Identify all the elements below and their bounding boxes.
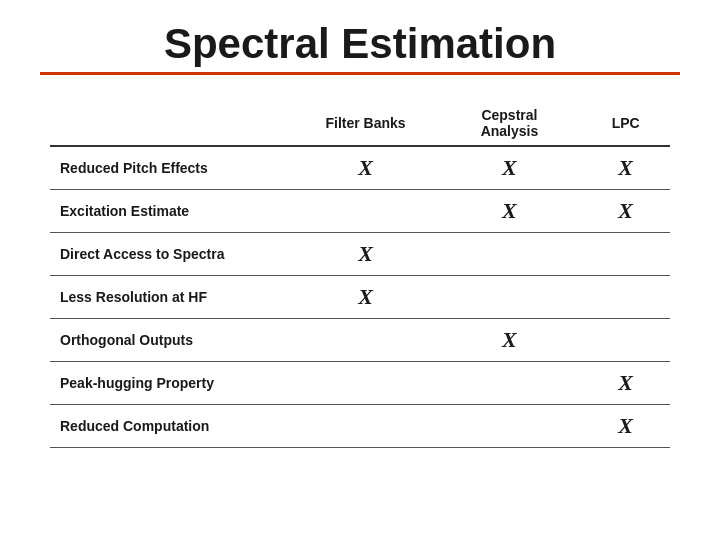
cell-filter-banks: [294, 362, 438, 405]
row-label: Excitation Estimate: [50, 190, 294, 233]
cell-filter-banks: [294, 190, 438, 233]
cell-cepstral: X: [437, 319, 581, 362]
cell-filter-banks: [294, 319, 438, 362]
page-container: Spectral Estimation Filter Banks Cepstra…: [0, 0, 720, 540]
cell-cepstral: [437, 362, 581, 405]
cell-filter-banks: X: [294, 233, 438, 276]
row-label: Reduced Computation: [50, 405, 294, 448]
cell-lpc: [581, 276, 670, 319]
cell-cepstral: X: [437, 146, 581, 190]
table-body: Reduced Pitch EffectsXXXExcitation Estim…: [50, 146, 670, 448]
table-row: Excitation EstimateXX: [50, 190, 670, 233]
col-header-filter-banks: Filter Banks: [294, 101, 438, 146]
table-row: Less Resolution at HFX: [50, 276, 670, 319]
cell-lpc: X: [581, 405, 670, 448]
cell-lpc: X: [581, 362, 670, 405]
table-header-row: Filter Banks Cepstral Analysis LPC: [50, 101, 670, 146]
table-row: Reduced Pitch EffectsXXX: [50, 146, 670, 190]
cell-filter-banks: [294, 405, 438, 448]
cell-cepstral: [437, 405, 581, 448]
table-row: Direct Access to SpectraX: [50, 233, 670, 276]
title-section: Spectral Estimation: [40, 20, 680, 93]
row-label: Direct Access to Spectra: [50, 233, 294, 276]
table-row: Reduced ComputationX: [50, 405, 670, 448]
cell-filter-banks: X: [294, 276, 438, 319]
col-header-label: [50, 101, 294, 146]
cell-cepstral: [437, 233, 581, 276]
cell-lpc: [581, 319, 670, 362]
comparison-table: Filter Banks Cepstral Analysis LPC Reduc…: [50, 101, 670, 448]
cell-lpc: X: [581, 146, 670, 190]
cell-filter-banks: X: [294, 146, 438, 190]
page-title: Spectral Estimation: [40, 20, 680, 68]
table-row: Peak-hugging PropertyX: [50, 362, 670, 405]
row-label: Peak-hugging Property: [50, 362, 294, 405]
row-label: Orthogonal Outputs: [50, 319, 294, 362]
row-label: Reduced Pitch Effects: [50, 146, 294, 190]
title-underline: [40, 72, 680, 75]
table-row: Orthogonal OutputsX: [50, 319, 670, 362]
table-container: Filter Banks Cepstral Analysis LPC Reduc…: [50, 101, 670, 448]
row-label: Less Resolution at HF: [50, 276, 294, 319]
col-header-lpc: LPC: [581, 101, 670, 146]
cell-lpc: [581, 233, 670, 276]
cell-cepstral: X: [437, 190, 581, 233]
col-header-cepstral: Cepstral Analysis: [437, 101, 581, 146]
cell-lpc: X: [581, 190, 670, 233]
cell-cepstral: [437, 276, 581, 319]
